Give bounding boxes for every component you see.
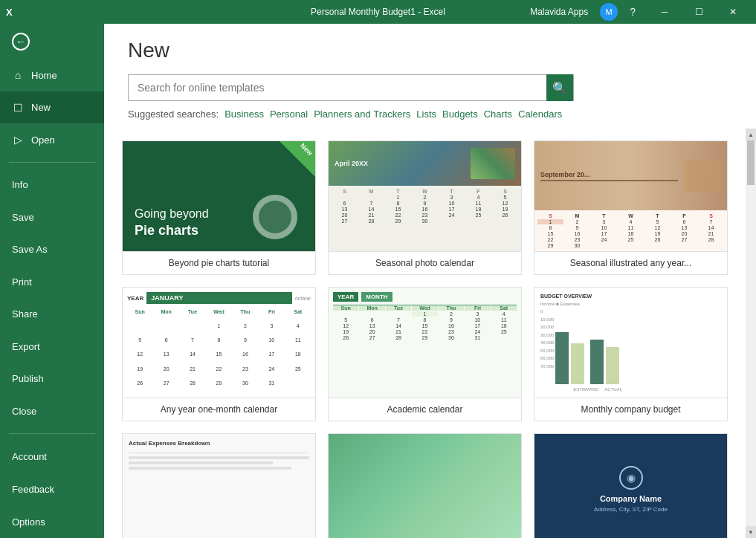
template-thumb-company: ◉ Company Name Address, City, ST, ZIP Co… [534,434,727,538]
template-illus-label: Seasonal illustrated any year... [534,251,727,274]
template-seasonal-photo[interactable]: April 20XX SMTWTFS 12345 6789101112 1314… [328,140,522,275]
template-thumb-pie: Going beyondPie charts New [123,141,315,251]
label-estimated: ESTIMATED [573,387,598,392]
back-icon: ← [12,33,30,51]
company-name: Company Name [600,494,662,503]
minimize-button[interactable]: ─ [647,0,682,24]
window-controls: ─ ☐ ✕ [647,0,750,24]
templates-grid: Going beyondPie charts New Beyond pie ch… [104,129,746,538]
page-header: New 🔍 Suggested searches: Business Perso… [104,24,756,129]
search-input[interactable] [129,82,546,94]
search-button[interactable]: 🔍 [546,74,573,101]
tag-calendars[interactable]: Calendars [518,108,562,120]
help-icon[interactable]: ? [630,6,636,18]
template-budget[interactable]: BUDGET OVERVIEW Income ■ Expenses 70,000… [534,287,728,421]
tag-personal[interactable]: Personal [270,108,308,120]
back-button[interactable]: ← [0,24,104,59]
template-year-cal-label: Any year one-month calendar [123,398,315,421]
photo-cal-grid: SMTWTFS 12345 6789101112 13141516171819 … [329,186,521,251]
sidebar-item-close-label: Close [12,406,36,417]
sidebar-item-save-label: Save [12,212,34,223]
sidebar-item-publish-label: Publish [12,373,44,384]
chart-labels: ESTIMATED ACTUAL [555,387,721,392]
app-name: Malavida Apps [530,7,588,17]
sidebar-item-home-label: Home [31,70,57,81]
label-actual: ACTUAL [604,387,622,392]
template-thumb-year-cal: YEAR JANUARY octane SunMonTueWedThuFriSa… [123,288,315,398]
template-pie-charts[interactable]: Going beyondPie charts New Beyond pie ch… [122,140,316,275]
template-any-year-cal[interactable]: YEAR JANUARY octane SunMonTueWedThuFriSa… [122,287,316,421]
template-thumb-green [329,434,521,538]
sidebar-item-save[interactable]: Save [0,201,104,233]
sidebar-item-info[interactable]: Info [0,169,104,201]
sidebar-item-open-label: Open [31,134,55,146]
tag-charts[interactable]: Charts [484,108,512,120]
template-green[interactable] [328,433,522,538]
sidebar-item-home[interactable]: ⌂ Home [0,59,104,91]
sidebar-bottom: Account Feedback Options [0,440,104,538]
budget-subtitle: Income ■ Expenses [540,302,721,306]
tag-budgets[interactable]: Budgets [442,108,478,120]
sidebar-item-print-label: Print [12,276,32,288]
chart-group-1 [555,332,584,384]
expenses-title: Actual Expenses Breakdown [129,440,309,447]
template-seasonal-illus[interactable]: September 20... SMTWTFS 1234567 89101112… [534,140,728,275]
sidebar-item-new[interactable]: ☐ New [0,91,104,124]
new-icon: ☐ [12,102,24,114]
budget-chart [555,309,721,387]
close-button[interactable]: ✕ [716,0,750,24]
sidebar-item-export-label: Export [12,341,40,352]
sidebar-item-share[interactable]: Share [0,298,104,331]
sidebar-item-options[interactable]: Options [0,505,104,538]
sidebar-item-account[interactable]: Account [0,440,104,473]
template-budget-label: Monthly company budget [534,398,727,421]
sidebar-item-export[interactable]: Export [0,330,104,363]
sidebar-item-publish[interactable]: Publish [0,363,104,395]
sidebar-item-close[interactable]: Close [0,395,104,427]
template-expenses[interactable]: Actual Expenses Breakdown Actual Expense… [122,433,316,538]
tag-business[interactable]: Business [224,108,264,120]
user-avatar[interactable]: M [600,3,618,21]
bar-3 [590,340,604,384]
scrollbar-thumb[interactable] [747,140,755,185]
suggested-searches: Suggested searches: Business Personal Pl… [128,108,732,120]
template-thumb-budget: BUDGET OVERVIEW Income ■ Expenses 70,000… [534,288,727,398]
sidebar-item-account-label: Account [12,451,47,462]
template-academic-cal[interactable]: YEAR MONTH SunMonTueWedThuFriSat 1234 56… [328,287,522,421]
template-company[interactable]: ◉ Company Name Address, City, ST, ZIP Co… [534,433,728,538]
sidebar-item-new-label: New [31,102,51,113]
bar-2 [571,343,584,384]
template-photo-label: Seasonal photo calendar [329,251,521,274]
sidebar-divider-1 [9,162,95,163]
tag-lists[interactable]: Lists [416,108,436,120]
sidebar-item-feedback[interactable]: Feedback [0,473,104,505]
maximize-button[interactable]: ☐ [682,0,716,24]
scroll-up-button[interactable]: ▲ [746,129,756,140]
sidebar-item-share-label: Share [12,308,38,320]
photo-cal-month: April 20XX [335,160,368,167]
page-title: New [128,39,732,62]
scroll-down-button[interactable]: ▼ [746,526,756,538]
tag-planners[interactable]: Planners and Trackers [314,108,410,120]
sidebar-item-feedback-label: Feedback [12,484,54,495]
search-icon: 🔍 [552,81,567,95]
sidebar-item-save-as[interactable]: Save As [0,233,104,266]
home-icon: ⌂ [12,69,24,81]
bar-1 [555,332,569,384]
sidebar-item-info-label: Info [12,179,28,190]
open-icon: ▷ [12,134,24,146]
template-thumb-expenses: Actual Expenses Breakdown [123,434,315,538]
scroll-container: Going beyondPie charts New Beyond pie ch… [104,129,756,538]
chart-yaxis: 70,000 60,000 50,000 40,000 30,000 20,00… [540,309,555,369]
sidebar-item-print[interactable]: Print [0,265,104,298]
scrollbar[interactable]: ▲ ▼ [746,129,756,538]
search-container: 🔍 [128,74,574,101]
excel-logo: X [6,7,13,18]
template-pie-label: Beyond pie charts tutorial [123,251,315,274]
sidebar-item-open[interactable]: ▷ Open [0,123,104,156]
template-thumb-photo: April 20XX SMTWTFS 12345 6789101112 1314… [329,141,521,251]
sidebar-divider-2 [9,433,95,434]
budget-title: BUDGET OVERVIEW [540,294,721,299]
template-thumb-academic: YEAR MONTH SunMonTueWedThuFriSat 1234 56… [329,288,521,398]
chart-group-2 [590,340,619,384]
